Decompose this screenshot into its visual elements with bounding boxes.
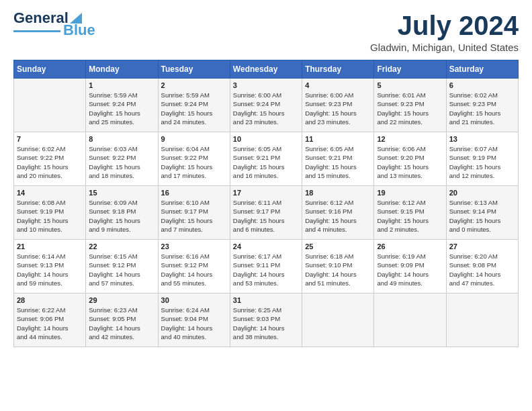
month-title: July 2024: [370, 11, 519, 40]
weekday-header-tuesday: Tuesday: [158, 60, 230, 79]
weekday-header-wednesday: Wednesday: [230, 60, 302, 79]
day-number: 8: [89, 135, 154, 143]
calendar-cell: 9Sunrise: 6:04 AM Sunset: 9:22 PM Daylig…: [158, 132, 230, 186]
day-number: 10: [233, 135, 299, 143]
day-info: Sunrise: 6:25 AM Sunset: 9:03 PM Dayligh…: [233, 306, 299, 341]
day-info: Sunrise: 6:24 AM Sunset: 9:04 PM Dayligh…: [161, 306, 227, 341]
day-info: Sunrise: 6:12 AM Sunset: 9:16 PM Dayligh…: [305, 198, 371, 234]
calendar-cell: 15Sunrise: 6:09 AM Sunset: 9:18 PM Dayli…: [86, 186, 158, 240]
day-info: Sunrise: 6:20 AM Sunset: 9:08 PM Dayligh…: [449, 252, 515, 287]
calendar-week-2: 7Sunrise: 6:02 AM Sunset: 9:22 PM Daylig…: [14, 132, 519, 186]
day-info: Sunrise: 6:00 AM Sunset: 9:23 PM Dayligh…: [305, 91, 371, 126]
day-info: Sunrise: 6:11 AM Sunset: 9:17 PM Dayligh…: [233, 198, 299, 234]
calendar-cell: 18Sunrise: 6:12 AM Sunset: 9:16 PM Dayli…: [302, 186, 374, 240]
calendar-cell: 3Sunrise: 6:00 AM Sunset: 9:24 PM Daylig…: [230, 79, 302, 132]
calendar-cell: 30Sunrise: 6:24 AM Sunset: 9:04 PM Dayli…: [158, 293, 230, 347]
calendar-cell: 24Sunrise: 6:17 AM Sunset: 9:11 PM Dayli…: [230, 240, 302, 293]
calendar-week-3: 14Sunrise: 6:08 AM Sunset: 9:19 PM Dayli…: [14, 186, 519, 240]
calendar-cell: 25Sunrise: 6:18 AM Sunset: 9:10 PM Dayli…: [302, 240, 374, 293]
title-block: July 2024 Gladwin, Michigan, United Stat…: [370, 11, 519, 53]
day-number: 9: [161, 135, 227, 143]
day-number: 12: [377, 135, 443, 143]
calendar-cell: 19Sunrise: 6:12 AM Sunset: 9:15 PM Dayli…: [374, 186, 446, 240]
calendar-cell: [14, 79, 86, 132]
calendar-cell: 5Sunrise: 6:01 AM Sunset: 9:23 PM Daylig…: [374, 79, 446, 132]
calendar-cell: 10Sunrise: 6:05 AM Sunset: 9:21 PM Dayli…: [230, 132, 302, 186]
calendar-table: SundayMondayTuesdayWednesdayThursdayFrid…: [13, 60, 519, 347]
day-number: 7: [17, 135, 83, 143]
calendar-cell: 6Sunrise: 6:02 AM Sunset: 9:23 PM Daylig…: [446, 79, 518, 132]
calendar-header: SundayMondayTuesdayWednesdayThursdayFrid…: [14, 60, 519, 79]
calendar-cell: [374, 293, 446, 347]
day-info: Sunrise: 6:05 AM Sunset: 9:21 PM Dayligh…: [233, 144, 299, 180]
day-info: Sunrise: 6:23 AM Sunset: 9:05 PM Dayligh…: [89, 306, 154, 341]
day-info: Sunrise: 6:00 AM Sunset: 9:24 PM Dayligh…: [233, 91, 299, 126]
day-number: 21: [17, 242, 83, 250]
day-info: Sunrise: 5:59 AM Sunset: 9:24 PM Dayligh…: [89, 91, 154, 126]
day-number: 17: [233, 189, 299, 197]
day-info: Sunrise: 6:01 AM Sunset: 9:23 PM Dayligh…: [377, 91, 443, 126]
day-info: Sunrise: 6:06 AM Sunset: 9:20 PM Dayligh…: [377, 144, 443, 180]
day-info: Sunrise: 6:15 AM Sunset: 9:12 PM Dayligh…: [89, 252, 154, 287]
calendar-cell: 2Sunrise: 5:59 AM Sunset: 9:24 PM Daylig…: [158, 79, 230, 132]
calendar-cell: 27Sunrise: 6:20 AM Sunset: 9:08 PM Dayli…: [446, 240, 518, 293]
day-info: Sunrise: 6:12 AM Sunset: 9:15 PM Dayligh…: [377, 198, 443, 234]
calendar-cell: 1Sunrise: 5:59 AM Sunset: 9:24 PM Daylig…: [86, 79, 158, 132]
calendar-week-5: 28Sunrise: 6:22 AM Sunset: 9:06 PM Dayli…: [14, 293, 519, 347]
day-number: 31: [233, 296, 299, 304]
logo-underline: [13, 30, 60, 32]
page-header: General Blue July 2024 Gladwin, Michigan…: [13, 11, 519, 53]
day-info: Sunrise: 6:22 AM Sunset: 9:06 PM Dayligh…: [17, 306, 83, 341]
day-info: Sunrise: 6:09 AM Sunset: 9:18 PM Dayligh…: [89, 198, 154, 234]
weekday-header-friday: Friday: [374, 60, 446, 79]
day-number: 2: [161, 81, 227, 89]
day-info: Sunrise: 6:14 AM Sunset: 9:13 PM Dayligh…: [17, 252, 83, 287]
day-number: 1: [89, 81, 154, 89]
weekday-header-sunday: Sunday: [14, 60, 86, 79]
weekday-header-saturday: Saturday: [446, 60, 518, 79]
location-title: Gladwin, Michigan, United States: [370, 42, 519, 53]
calendar-cell: 23Sunrise: 6:16 AM Sunset: 9:12 PM Dayli…: [158, 240, 230, 293]
day-info: Sunrise: 6:04 AM Sunset: 9:22 PM Dayligh…: [161, 144, 227, 180]
calendar-cell: 16Sunrise: 6:10 AM Sunset: 9:17 PM Dayli…: [158, 186, 230, 240]
day-info: Sunrise: 6:08 AM Sunset: 9:19 PM Dayligh…: [17, 198, 83, 234]
calendar-cell: 12Sunrise: 6:06 AM Sunset: 9:20 PM Dayli…: [374, 132, 446, 186]
day-number: 13: [449, 135, 515, 143]
day-info: Sunrise: 6:16 AM Sunset: 9:12 PM Dayligh…: [161, 252, 227, 287]
calendar-cell: 26Sunrise: 6:19 AM Sunset: 9:09 PM Dayli…: [374, 240, 446, 293]
day-info: Sunrise: 6:18 AM Sunset: 9:10 PM Dayligh…: [305, 252, 371, 287]
calendar-cell: 14Sunrise: 6:08 AM Sunset: 9:19 PM Dayli…: [14, 186, 86, 240]
calendar-cell: 17Sunrise: 6:11 AM Sunset: 9:17 PM Dayli…: [230, 186, 302, 240]
calendar-cell: 7Sunrise: 6:02 AM Sunset: 9:22 PM Daylig…: [14, 132, 86, 186]
day-number: 19: [377, 189, 443, 197]
day-number: 18: [305, 189, 371, 197]
day-number: 25: [305, 242, 371, 250]
calendar-cell: 4Sunrise: 6:00 AM Sunset: 9:23 PM Daylig…: [302, 79, 374, 132]
day-number: 27: [449, 242, 515, 250]
calendar-cell: 8Sunrise: 6:03 AM Sunset: 9:22 PM Daylig…: [86, 132, 158, 186]
day-number: 11: [305, 135, 371, 143]
calendar-cell: 29Sunrise: 6:23 AM Sunset: 9:05 PM Dayli…: [86, 293, 158, 347]
day-info: Sunrise: 6:07 AM Sunset: 9:19 PM Dayligh…: [449, 144, 515, 180]
day-number: 22: [89, 242, 154, 250]
day-number: 6: [449, 81, 515, 89]
day-number: 23: [161, 242, 227, 250]
calendar-cell: 31Sunrise: 6:25 AM Sunset: 9:03 PM Dayli…: [230, 293, 302, 347]
day-number: 30: [161, 296, 227, 304]
day-info: Sunrise: 6:17 AM Sunset: 9:11 PM Dayligh…: [233, 252, 299, 287]
calendar-cell: 28Sunrise: 6:22 AM Sunset: 9:06 PM Dayli…: [14, 293, 86, 347]
day-number: 4: [305, 81, 371, 89]
day-info: Sunrise: 5:59 AM Sunset: 9:24 PM Dayligh…: [161, 91, 227, 126]
calendar-cell: [302, 293, 374, 347]
day-info: Sunrise: 6:03 AM Sunset: 9:22 PM Dayligh…: [89, 144, 154, 180]
day-info: Sunrise: 6:05 AM Sunset: 9:21 PM Dayligh…: [305, 144, 371, 180]
logo: General Blue: [13, 11, 95, 38]
day-number: 20: [449, 189, 515, 197]
calendar-cell: 21Sunrise: 6:14 AM Sunset: 9:13 PM Dayli…: [14, 240, 86, 293]
day-info: Sunrise: 6:10 AM Sunset: 9:17 PM Dayligh…: [161, 198, 227, 234]
day-info: Sunrise: 6:02 AM Sunset: 9:23 PM Dayligh…: [449, 91, 515, 126]
day-info: Sunrise: 6:13 AM Sunset: 9:14 PM Dayligh…: [449, 198, 515, 234]
calendar-cell: 11Sunrise: 6:05 AM Sunset: 9:21 PM Dayli…: [302, 132, 374, 186]
weekday-header-monday: Monday: [86, 60, 158, 79]
day-number: 3: [233, 81, 299, 89]
